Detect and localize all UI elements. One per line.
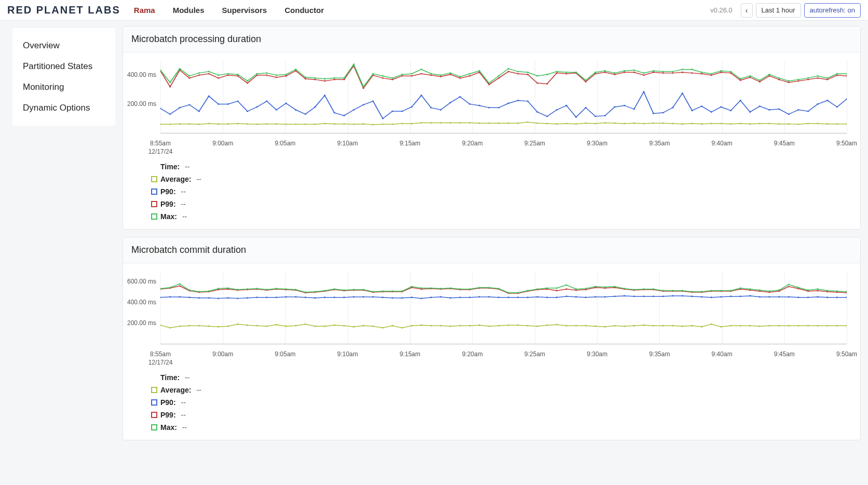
time-range-prev-button[interactable]: ‹ bbox=[741, 3, 753, 18]
svg-point-256 bbox=[546, 74, 548, 75]
svg-point-52 bbox=[662, 123, 664, 124]
svg-point-12 bbox=[276, 123, 277, 125]
sidebar-item-overview[interactable]: Overview bbox=[12, 35, 115, 56]
legend-p99[interactable]: P99:-- bbox=[151, 200, 854, 208]
svg-point-145 bbox=[169, 86, 171, 88]
svg-point-302 bbox=[295, 325, 296, 327]
svg-point-170 bbox=[411, 75, 412, 77]
legend-avg[interactable]: Average:-- bbox=[151, 386, 854, 394]
nav-conductor[interactable]: Conductor bbox=[280, 4, 328, 17]
nav-modules[interactable]: Modules bbox=[169, 4, 209, 17]
legend-label: Max: bbox=[160, 212, 177, 221]
svg-point-66 bbox=[797, 124, 799, 125]
svg-point-231 bbox=[305, 77, 306, 78]
legend-time: Time:-- bbox=[151, 163, 854, 171]
svg-point-316 bbox=[430, 325, 432, 327]
svg-point-370 bbox=[256, 297, 257, 298]
svg-point-227 bbox=[266, 72, 267, 74]
series-avg bbox=[160, 122, 847, 125]
svg-point-112 bbox=[546, 116, 548, 117]
svg-point-75 bbox=[188, 104, 190, 105]
svg-point-268 bbox=[662, 71, 664, 72]
svg-point-253 bbox=[517, 71, 519, 72]
svg-point-332 bbox=[585, 325, 587, 327]
svg-point-358 bbox=[836, 325, 838, 327]
svg-point-407 bbox=[614, 295, 615, 297]
svg-point-120 bbox=[623, 105, 625, 106]
legend-label: P90: bbox=[160, 187, 176, 196]
svg-point-7 bbox=[227, 123, 229, 125]
sidebar-item-dynamic-options[interactable]: Dynamic Options bbox=[12, 98, 115, 118]
svg-point-117 bbox=[594, 116, 596, 117]
svg-point-335 bbox=[614, 325, 615, 327]
svg-point-310 bbox=[372, 326, 374, 327]
svg-point-213 bbox=[826, 79, 828, 80]
svg-point-58 bbox=[720, 123, 722, 125]
svg-point-73 bbox=[169, 113, 171, 115]
svg-point-161 bbox=[324, 80, 326, 82]
svg-point-123 bbox=[653, 113, 654, 114]
svg-point-373 bbox=[285, 296, 287, 298]
svg-point-40 bbox=[546, 123, 548, 125]
svg-point-365 bbox=[208, 297, 209, 299]
sidebar-item-partitioned-states[interactable]: Partitioned States bbox=[12, 56, 115, 77]
x-tick-label: 9:05am bbox=[275, 140, 295, 148]
legend-max[interactable]: Max:-- bbox=[151, 212, 854, 221]
autorefresh-toggle[interactable]: autorefresh: on bbox=[804, 3, 861, 18]
x-tick-label: 9:20am bbox=[462, 140, 483, 148]
svg-point-209 bbox=[788, 82, 790, 83]
legend-value: -- bbox=[196, 386, 201, 394]
svg-point-222 bbox=[218, 74, 219, 76]
svg-point-56 bbox=[701, 123, 702, 125]
svg-point-242 bbox=[411, 73, 412, 75]
sidebar-item-monitoring[interactable]: Monitoring bbox=[12, 77, 115, 98]
legend-max[interactable]: Max:-- bbox=[151, 423, 854, 432]
legend-p99[interactable]: P99:-- bbox=[151, 411, 854, 419]
svg-point-342 bbox=[682, 326, 683, 327]
svg-point-543 bbox=[536, 288, 538, 290]
svg-point-178 bbox=[488, 84, 490, 85]
chart-plot[interactable]: 200.00 ms400.00 ms8:55am12/17/249:00am9:… bbox=[160, 61, 847, 144]
legend-swatch-icon bbox=[151, 412, 157, 418]
svg-point-520 bbox=[314, 291, 316, 292]
svg-point-163 bbox=[343, 79, 345, 80]
svg-point-428 bbox=[817, 296, 818, 298]
svg-point-138 bbox=[797, 109, 799, 111]
legend-avg[interactable]: Average:-- bbox=[151, 175, 854, 183]
svg-point-230 bbox=[295, 69, 296, 70]
svg-point-552 bbox=[623, 288, 625, 289]
legend-p90[interactable]: P90:-- bbox=[151, 187, 854, 196]
svg-point-388 bbox=[430, 297, 432, 298]
nav-supervisors[interactable]: Supervisors bbox=[218, 4, 272, 17]
svg-point-429 bbox=[826, 297, 828, 298]
legend-value: -- bbox=[196, 175, 201, 183]
svg-point-53 bbox=[672, 123, 673, 125]
svg-point-8 bbox=[237, 123, 238, 125]
svg-point-295 bbox=[227, 326, 229, 327]
svg-point-301 bbox=[285, 326, 287, 327]
chevron-left-icon: ‹ bbox=[745, 6, 748, 15]
svg-point-44 bbox=[585, 123, 587, 124]
svg-point-125 bbox=[672, 107, 673, 109]
svg-point-397 bbox=[517, 297, 519, 298]
svg-point-531 bbox=[421, 287, 422, 289]
svg-point-329 bbox=[556, 324, 558, 326]
time-range-button[interactable]: Last 1 hour bbox=[756, 3, 801, 18]
nav-rama[interactable]: Rama bbox=[130, 4, 159, 17]
svg-point-132 bbox=[739, 100, 741, 101]
svg-point-55 bbox=[691, 123, 693, 125]
svg-point-245 bbox=[440, 74, 441, 76]
svg-point-244 bbox=[430, 73, 432, 75]
svg-point-291 bbox=[188, 325, 190, 327]
svg-point-156 bbox=[276, 77, 277, 78]
svg-point-28 bbox=[430, 122, 432, 124]
svg-point-179 bbox=[498, 77, 499, 79]
svg-point-382 bbox=[372, 296, 374, 298]
svg-point-427 bbox=[807, 297, 809, 298]
svg-point-33 bbox=[479, 123, 480, 124]
svg-point-303 bbox=[305, 324, 306, 325]
svg-point-11 bbox=[266, 123, 267, 125]
sidebar: OverviewPartitioned StatesMonitoringDyna… bbox=[12, 28, 115, 126]
chart-plot[interactable]: 200.00 ms400.00 ms600.00 ms8:55am12/17/2… bbox=[160, 272, 847, 355]
legend-p90[interactable]: P90:-- bbox=[151, 398, 854, 407]
